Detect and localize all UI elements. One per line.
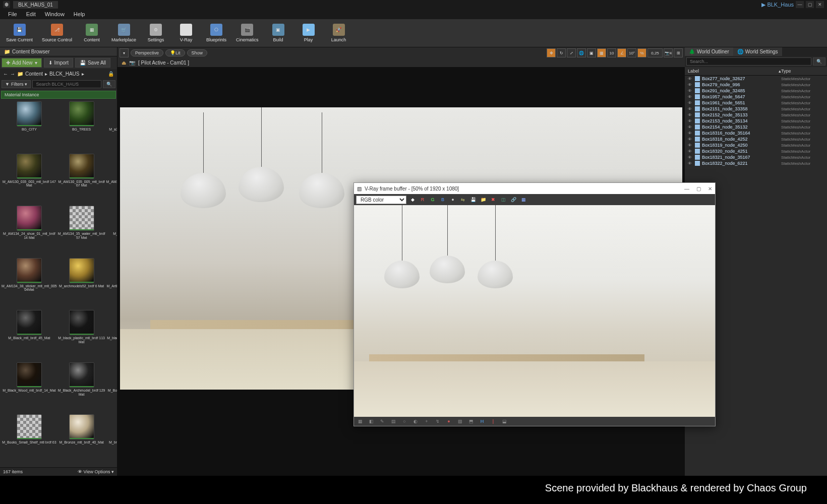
vfb-render-view[interactable] xyxy=(354,205,715,417)
visibility-icon[interactable]: 👁 xyxy=(688,161,693,166)
viewport-options-button[interactable]: ▾ xyxy=(120,48,129,57)
outliner-row[interactable]: 👁Box18318_node_4252StaticMeshActor xyxy=(685,136,827,142)
vfb-clear-icon[interactable]: ✖ xyxy=(489,196,497,204)
menu-help[interactable]: Help xyxy=(70,10,89,18)
angle-snap-button[interactable]: ∠ xyxy=(617,48,626,57)
eject-icon[interactable]: ⏏ xyxy=(122,60,126,66)
content-button[interactable]: ▦Content xyxy=(77,21,106,45)
blueprints-button[interactable]: ⎔Blueprints xyxy=(202,21,231,45)
outliner-row[interactable]: 👁Box2154_node_35132StaticMeshActor xyxy=(685,124,827,130)
angle-snap-value[interactable]: 10° xyxy=(627,48,636,57)
outliner-row[interactable]: 👁Box18316_node_35164StaticMeshActor xyxy=(685,130,827,136)
perspective-button[interactable]: Perspective xyxy=(131,49,163,56)
maximize-button[interactable]: ▢ xyxy=(806,1,814,8)
vfb-minimize-button[interactable]: — xyxy=(684,186,689,192)
visibility-icon[interactable]: 👁 xyxy=(688,155,693,160)
outliner-row[interactable]: 👁Box18320_node_4251StaticMeshActor xyxy=(685,148,827,154)
outliner-row[interactable]: 👁Box1961_node_5651StaticMeshActor xyxy=(685,100,827,106)
vfb-g-channel[interactable]: G xyxy=(429,196,437,204)
search-button[interactable]: 🔍 xyxy=(103,80,115,88)
launch-button[interactable]: 🚀Launch xyxy=(324,21,353,45)
vfb-footer-icon[interactable]: ✎ xyxy=(378,417,386,425)
asset-item[interactable]: M_Black_Archmodel_brdf 129 Mat xyxy=(58,362,105,414)
show-button[interactable]: Show xyxy=(187,49,208,56)
asset-item[interactable]: BG_CITY xyxy=(2,101,57,153)
close-button[interactable]: ✕ xyxy=(816,1,824,8)
vfb-footer-icon[interactable]: ▤ xyxy=(389,417,397,425)
search-input[interactable] xyxy=(32,80,101,88)
vray-frame-buffer-window[interactable]: ▧ V-Ray frame buffer - [50% of 1920 x 10… xyxy=(353,182,716,426)
asset-item[interactable]: M_AM130_035_005_mtl_brdf 67 Mat xyxy=(58,154,105,205)
menu-file[interactable]: File xyxy=(4,10,21,18)
visibility-icon[interactable]: 👁 xyxy=(688,77,693,81)
visibility-icon[interactable]: 👁 xyxy=(688,83,693,87)
minimize-button[interactable]: — xyxy=(796,1,804,8)
visibility-icon[interactable]: 👁 xyxy=(688,119,693,123)
grid-snap-button[interactable]: ▦ xyxy=(597,48,606,57)
visibility-icon[interactable]: 👁 xyxy=(688,107,693,111)
visibility-icon[interactable]: 👁 xyxy=(688,95,693,99)
rotate-gizmo-button[interactable]: ↻ xyxy=(557,48,566,57)
content-browser-tab[interactable]: 📁 Content Browser xyxy=(0,47,117,56)
vfb-link-icon[interactable]: 🔗 xyxy=(509,196,517,204)
coord-space-button[interactable]: 🌐 xyxy=(577,48,586,57)
asset-item[interactable]: M_ArtBooks_mtl_mtl brdf_64 Mat xyxy=(106,258,117,309)
asset-item[interactable]: M_black_plastic_mtl_brdf 14 Mat xyxy=(106,310,117,361)
asset-item[interactable]: BG_TREES xyxy=(58,101,105,153)
import-button[interactable]: ⬇Import xyxy=(44,58,73,68)
source-control-button[interactable]: ⎇Source Control xyxy=(38,21,76,45)
vfb-load-icon[interactable]: 📁 xyxy=(479,196,487,204)
vfb-channel-select[interactable]: RGB color xyxy=(356,196,406,204)
asset-item[interactable]: M_Bronze_mtl_brdf_40_Mat xyxy=(58,414,105,466)
scale-gizmo-button[interactable]: ⤢ xyxy=(567,48,576,57)
lock-icon[interactable]: 🔒 xyxy=(108,71,114,77)
lit-button[interactable]: 💡Lit xyxy=(165,49,185,56)
vfb-r-channel[interactable]: R xyxy=(419,196,427,204)
material-instance-filter[interactable]: Material Instance xyxy=(1,91,116,99)
vfb-close-button[interactable]: ✕ xyxy=(708,186,712,192)
breadcrumb[interactable]: ← → 📁 Content ▸ BLCK_HAUS ▸ 🔒 xyxy=(0,69,117,79)
vfb-rgb-icon[interactable]: ◆ xyxy=(408,196,417,204)
scale-snap-button[interactable]: % xyxy=(637,48,646,57)
vfb-footer-icon[interactable]: ⬒ xyxy=(467,417,475,425)
visibility-icon[interactable]: 👁 xyxy=(688,113,693,117)
asset-item[interactable]: M_AM134_38_20_... Defaultfos xyxy=(106,206,117,257)
filters-button[interactable]: ▼Filters ▾ xyxy=(2,80,31,88)
vfb-mono-icon[interactable]: ● xyxy=(449,196,457,204)
asset-item[interactable]: M_Black_Wood_mtl_brdf_14_Mat xyxy=(2,362,57,414)
asset-item[interactable]: M_AM130_035_007_mtl_brdf 125 xyxy=(106,154,117,205)
vfb-footer-icon[interactable]: | xyxy=(489,417,497,425)
vfb-title-bar[interactable]: ▧ V-Ray frame buffer - [50% of 1920 x 10… xyxy=(354,183,715,194)
outliner-row[interactable]: 👁Box18321_node_35167StaticMeshActor xyxy=(685,154,827,160)
menu-edit[interactable]: Edit xyxy=(22,10,40,18)
project-tab[interactable]: BLK_HAUS_01 xyxy=(13,1,58,9)
asset-item[interactable]: M_Books_Small_Shelf_mtl brdf 63 xyxy=(2,414,57,466)
visibility-icon[interactable]: 👁 xyxy=(688,143,693,148)
add-new-button[interactable]: ✚Add New ▾ xyxy=(2,58,42,68)
play-button[interactable]: ▶Play xyxy=(294,21,323,45)
asset-item[interactable]: M_black_plastic_mtl_brdf 113 Mat xyxy=(58,310,105,361)
v-ray-button[interactable]: ◎V-Ray xyxy=(171,21,201,45)
outliner-row[interactable]: 👁Box2152_node_35133StaticMeshActor xyxy=(685,112,827,118)
visibility-icon[interactable]: 👁 xyxy=(688,125,693,130)
asset-item[interactable]: M_Books_Kitchen_mtl_brdf 102 Mat xyxy=(106,362,117,414)
outliner-row[interactable]: 👁Box18322_node_6221StaticMeshActor xyxy=(685,160,827,166)
outliner-row[interactable]: 👁Box291_node_32485StaticMeshActor xyxy=(685,88,827,94)
vfb-clone-icon[interactable]: ◫ xyxy=(499,196,507,204)
vfb-footer-icon[interactable]: ● xyxy=(445,417,453,425)
world-outliner-tab[interactable]: 🌲World Outliner xyxy=(685,47,733,56)
vfb-footer-icon[interactable]: ▧ xyxy=(456,417,464,425)
outliner-header[interactable]: Label ▴ Type xyxy=(685,67,827,76)
vfb-save-icon[interactable]: 💾 xyxy=(469,196,477,204)
asset-item[interactable]: M_AM134_24_shoe_01_mtl_brdf 14 Mat xyxy=(2,206,57,257)
settings-button[interactable]: ⚙Settings xyxy=(141,21,170,45)
asset-item[interactable]: M_brown_mtl_brdf 70 Mat xyxy=(106,414,117,466)
visibility-icon[interactable]: 👁 xyxy=(688,137,693,142)
save-current-button[interactable]: 💾Save Current xyxy=(2,21,37,45)
back-icon[interactable]: ← xyxy=(3,71,8,77)
asset-item[interactable]: M_a3_... Default_mtl_brdf 136 Mat xyxy=(106,101,117,153)
outliner-row[interactable]: 👁Box18319_node_4250StaticMeshActor xyxy=(685,142,827,148)
build-button[interactable]: ▣Build xyxy=(264,21,293,45)
visibility-icon[interactable]: 👁 xyxy=(688,131,693,136)
visibility-icon[interactable]: 👁 xyxy=(688,149,693,154)
